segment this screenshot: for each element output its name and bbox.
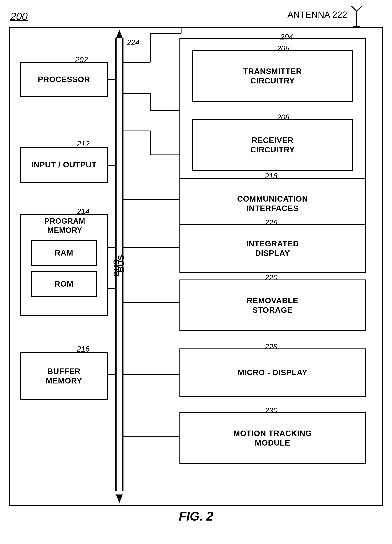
fig-label: FIG. 2 [179,509,213,523]
input-output-block: INPUT / OUTPUT [20,147,108,183]
motion-tracking-block: MOTION TRACKING MODULE [179,412,366,464]
integrated-display-ref: 226 [265,218,277,227]
removable-storage-block: REMOVABLE STORAGE [179,279,366,331]
receiver-block: RECEIVER CIRCUITRY [192,119,353,171]
ram-block: RAM [31,240,97,266]
transmitter-block: TRANSMITTER CIRCUITRY [192,50,353,102]
antenna-icon [348,4,365,27]
program-memory-block: PROGRAM MEMORY RAM ROM [20,214,108,316]
svg-marker-9 [116,495,123,503]
transmitter-ref: 206 [277,44,289,53]
svg-line-1 [351,6,357,11]
comm-interfaces-ref: 218 [265,172,277,180]
processor-ref: 202 [75,55,88,64]
svg-line-2 [357,6,362,11]
bus-ref: 224 [127,38,140,47]
buffer-memory-ref: 216 [77,345,89,353]
program-memory-ref: 214 [77,207,89,216]
page: 200 ANTENNA 222 BUS [0,0,392,544]
rom-block: ROM [31,271,97,297]
micro-display-block: MICRO - DISPLAY [179,349,366,397]
motion-tracking-ref: 230 [265,406,277,415]
micro-display-ref: 228 [265,343,277,351]
removable-storage-ref: 220 [265,273,277,282]
buffer-memory-block: BUFFER MEMORY [20,352,108,400]
svg-marker-6 [116,30,123,38]
antenna-label: ANTENNA 222 [287,10,347,20]
receiver-ref: 208 [277,113,289,122]
integrated-display-block: INTEGRATED DISPLAY [179,224,366,273]
program-memory-label: PROGRAM MEMORY [24,217,104,235]
radio-ref: 204 [280,33,293,41]
diagram-number: 200 [10,10,28,22]
diagram-box: BUS [9,27,383,506]
bus-label: BUS [116,255,126,272]
processor-block: PROCESSOR [20,62,108,97]
input-output-ref: 212 [77,140,89,148]
